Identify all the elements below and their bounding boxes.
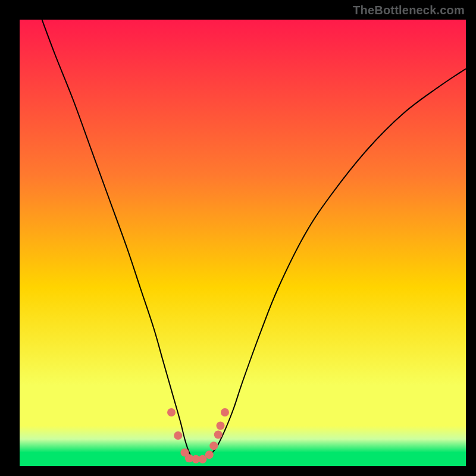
highlight-marker [214,431,223,439]
highlight-marker [217,422,225,430]
highlight-marker [205,450,214,459]
highlight-marker [221,408,229,416]
plot-area [20,20,466,466]
watermark-text: TheBottleneck.com [353,4,465,17]
highlight-marker [167,408,176,416]
highlight-marker [209,441,218,450]
chart-svg [20,20,466,466]
outer-frame: TheBottleneck.com [0,0,476,476]
highlight-marker [174,431,182,440]
bottleneck-curve [42,20,466,460]
